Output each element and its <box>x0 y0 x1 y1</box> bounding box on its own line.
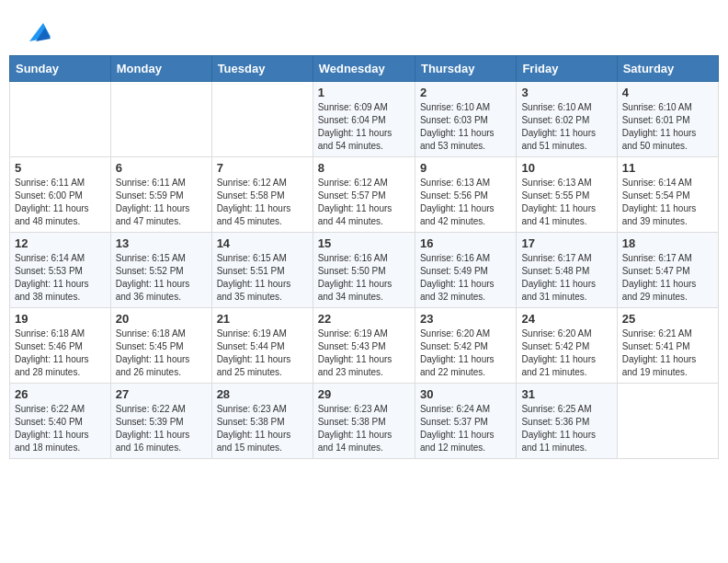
calendar-cell: 26Sunrise: 6:22 AM Sunset: 5:40 PM Dayli… <box>10 384 111 459</box>
calendar-week-row: 26Sunrise: 6:22 AM Sunset: 5:40 PM Dayli… <box>10 384 719 459</box>
day-number: 21 <box>217 312 308 326</box>
calendar-cell: 13Sunrise: 6:15 AM Sunset: 5:52 PM Dayli… <box>110 233 211 308</box>
calendar-cell: 4Sunrise: 6:10 AM Sunset: 6:01 PM Daylig… <box>617 82 718 157</box>
weekday-header-tuesday: Tuesday <box>211 56 313 82</box>
calendar-cell <box>10 82 111 157</box>
day-info: Sunrise: 6:20 AM Sunset: 5:42 PM Dayligh… <box>521 327 611 379</box>
day-info: Sunrise: 6:14 AM Sunset: 5:54 PM Dayligh… <box>622 177 713 228</box>
day-number: 19 <box>15 312 106 326</box>
calendar-cell: 6Sunrise: 6:11 AM Sunset: 5:59 PM Daylig… <box>110 157 211 233</box>
day-number: 8 <box>318 161 410 175</box>
calendar-cell: 20Sunrise: 6:18 AM Sunset: 5:45 PM Dayli… <box>110 308 211 384</box>
day-info: Sunrise: 6:17 AM Sunset: 5:48 PM Dayligh… <box>521 252 611 304</box>
weekday-header-sunday: Sunday <box>10 56 111 82</box>
calendar-cell: 22Sunrise: 6:19 AM Sunset: 5:43 PM Dayli… <box>313 308 415 384</box>
day-number: 2 <box>420 86 511 99</box>
day-info: Sunrise: 6:12 AM Sunset: 5:58 PM Dayligh… <box>217 177 308 228</box>
day-info: Sunrise: 6:15 AM Sunset: 5:52 PM Dayligh… <box>116 252 207 304</box>
day-number: 17 <box>521 236 611 250</box>
day-number: 5 <box>15 161 106 175</box>
calendar-week-row: 12Sunrise: 6:14 AM Sunset: 5:53 PM Dayli… <box>10 233 719 308</box>
day-number: 9 <box>420 161 511 175</box>
calendar-cell: 2Sunrise: 6:10 AM Sunset: 6:03 PM Daylig… <box>415 82 516 157</box>
calendar-cell: 12Sunrise: 6:14 AM Sunset: 5:53 PM Dayli… <box>10 233 111 308</box>
day-number: 1 <box>318 86 410 99</box>
calendar-cell: 17Sunrise: 6:17 AM Sunset: 5:48 PM Dayli… <box>517 233 617 308</box>
day-info: Sunrise: 6:16 AM Sunset: 5:50 PM Dayligh… <box>318 252 410 304</box>
day-info: Sunrise: 6:13 AM Sunset: 5:56 PM Dayligh… <box>420 177 511 228</box>
calendar-cell: 30Sunrise: 6:24 AM Sunset: 5:37 PM Dayli… <box>415 384 516 459</box>
calendar-cell: 11Sunrise: 6:14 AM Sunset: 5:54 PM Dayli… <box>617 157 718 233</box>
calendar-cell: 23Sunrise: 6:20 AM Sunset: 5:42 PM Dayli… <box>415 308 516 384</box>
day-number: 3 <box>521 86 611 99</box>
calendar-cell <box>617 384 718 459</box>
day-info: Sunrise: 6:13 AM Sunset: 5:55 PM Dayligh… <box>521 177 611 228</box>
day-number: 10 <box>521 161 611 175</box>
day-info: Sunrise: 6:21 AM Sunset: 5:41 PM Dayligh… <box>622 327 713 379</box>
day-info: Sunrise: 6:10 AM Sunset: 6:02 PM Dayligh… <box>521 101 611 153</box>
day-info: Sunrise: 6:09 AM Sunset: 6:04 PM Dayligh… <box>318 101 410 153</box>
day-info: Sunrise: 6:25 AM Sunset: 5:36 PM Dayligh… <box>521 403 611 454</box>
calendar-cell: 15Sunrise: 6:16 AM Sunset: 5:50 PM Dayli… <box>313 233 415 308</box>
day-number: 30 <box>420 387 511 401</box>
calendar-cell: 27Sunrise: 6:22 AM Sunset: 5:39 PM Dayli… <box>110 384 211 459</box>
calendar-cell: 8Sunrise: 6:12 AM Sunset: 5:57 PM Daylig… <box>313 157 415 233</box>
calendar-cell: 21Sunrise: 6:19 AM Sunset: 5:44 PM Dayli… <box>211 308 313 384</box>
day-number: 13 <box>116 236 207 250</box>
day-number: 14 <box>217 236 308 250</box>
day-number: 27 <box>116 387 207 401</box>
day-number: 25 <box>622 312 713 326</box>
day-number: 16 <box>420 236 511 250</box>
weekday-header-monday: Monday <box>110 56 211 82</box>
weekday-header-row: SundayMondayTuesdayWednesdayThursdayFrid… <box>10 56 719 82</box>
day-info: Sunrise: 6:18 AM Sunset: 5:45 PM Dayligh… <box>116 327 207 379</box>
weekday-header-saturday: Saturday <box>617 56 718 82</box>
day-number: 4 <box>622 86 713 99</box>
day-info: Sunrise: 6:18 AM Sunset: 5:46 PM Dayligh… <box>15 327 106 379</box>
page-header <box>9 9 719 51</box>
day-info: Sunrise: 6:22 AM Sunset: 5:39 PM Dayligh… <box>116 403 207 454</box>
day-info: Sunrise: 6:10 AM Sunset: 6:03 PM Dayligh… <box>420 101 511 153</box>
day-number: 29 <box>318 387 410 401</box>
calendar-cell: 5Sunrise: 6:11 AM Sunset: 6:00 PM Daylig… <box>10 157 111 233</box>
calendar-week-row: 1Sunrise: 6:09 AM Sunset: 6:04 PM Daylig… <box>10 82 719 157</box>
day-number: 18 <box>622 236 713 250</box>
day-info: Sunrise: 6:20 AM Sunset: 5:42 PM Dayligh… <box>420 327 511 379</box>
weekday-header-wednesday: Wednesday <box>313 56 415 82</box>
calendar-cell <box>211 82 313 157</box>
day-info: Sunrise: 6:24 AM Sunset: 5:37 PM Dayligh… <box>420 403 511 454</box>
day-info: Sunrise: 6:23 AM Sunset: 5:38 PM Dayligh… <box>217 403 308 454</box>
day-number: 20 <box>116 312 207 326</box>
calendar-cell: 24Sunrise: 6:20 AM Sunset: 5:42 PM Dayli… <box>517 308 617 384</box>
day-info: Sunrise: 6:11 AM Sunset: 6:00 PM Dayligh… <box>15 177 106 228</box>
day-number: 26 <box>15 387 106 401</box>
calendar-cell: 18Sunrise: 6:17 AM Sunset: 5:47 PM Dayli… <box>617 233 718 308</box>
day-number: 31 <box>521 387 611 401</box>
weekday-header-friday: Friday <box>517 56 617 82</box>
day-number: 24 <box>521 312 611 326</box>
calendar-cell: 25Sunrise: 6:21 AM Sunset: 5:41 PM Dayli… <box>617 308 718 384</box>
day-number: 6 <box>116 161 207 175</box>
day-info: Sunrise: 6:19 AM Sunset: 5:44 PM Dayligh… <box>217 327 308 379</box>
calendar-cell: 9Sunrise: 6:13 AM Sunset: 5:56 PM Daylig… <box>415 157 516 233</box>
calendar-table: SundayMondayTuesdayWednesdayThursdayFrid… <box>9 55 719 459</box>
day-info: Sunrise: 6:10 AM Sunset: 6:01 PM Dayligh… <box>622 101 713 153</box>
day-number: 28 <box>217 387 308 401</box>
day-number: 12 <box>15 236 106 250</box>
calendar-cell: 10Sunrise: 6:13 AM Sunset: 5:55 PM Dayli… <box>517 157 617 233</box>
weekday-header-thursday: Thursday <box>415 56 516 82</box>
day-info: Sunrise: 6:15 AM Sunset: 5:51 PM Dayligh… <box>217 252 308 304</box>
calendar-week-row: 19Sunrise: 6:18 AM Sunset: 5:46 PM Dayli… <box>10 308 719 384</box>
calendar-cell: 16Sunrise: 6:16 AM Sunset: 5:49 PM Dayli… <box>415 233 516 308</box>
calendar-cell: 31Sunrise: 6:25 AM Sunset: 5:36 PM Dayli… <box>517 384 617 459</box>
day-info: Sunrise: 6:17 AM Sunset: 5:47 PM Dayligh… <box>622 252 713 304</box>
day-number: 23 <box>420 312 511 326</box>
day-info: Sunrise: 6:23 AM Sunset: 5:38 PM Dayligh… <box>318 403 410 454</box>
calendar-cell: 7Sunrise: 6:12 AM Sunset: 5:58 PM Daylig… <box>211 157 313 233</box>
day-number: 7 <box>217 161 308 175</box>
day-info: Sunrise: 6:19 AM Sunset: 5:43 PM Dayligh… <box>318 327 410 379</box>
calendar-cell: 28Sunrise: 6:23 AM Sunset: 5:38 PM Dayli… <box>211 384 313 459</box>
day-info: Sunrise: 6:12 AM Sunset: 5:57 PM Dayligh… <box>318 177 410 228</box>
day-info: Sunrise: 6:16 AM Sunset: 5:49 PM Dayligh… <box>420 252 511 304</box>
logo <box>23 18 52 46</box>
